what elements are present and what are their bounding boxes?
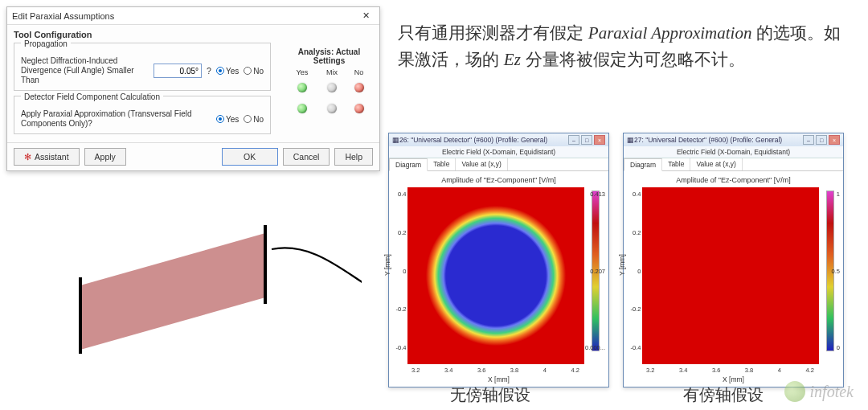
plot-a-tabs: Diagram Table Value at (x,y)	[389, 158, 608, 171]
maximize-icon[interactable]: □	[816, 135, 827, 145]
plot-b-tabs: Diagram Table Value at (x,y)	[624, 158, 843, 171]
y-axis-label: Y [mm]	[383, 254, 391, 276]
tab-value[interactable]: Value at (x,y)	[456, 158, 507, 170]
propagation-group: Propagation Neglect Diffraction-Induced …	[14, 43, 271, 91]
plot-a-title: 26: "Universal Detector" (#600) (Profile…	[399, 136, 567, 144]
x-axis-label: X [mm]	[391, 375, 607, 383]
ok-button[interactable]: OK	[222, 148, 278, 166]
led-mix-icon	[327, 83, 337, 92]
tool-config-label: Tool Configuration	[14, 30, 373, 39]
plot-a-chart-title: Amplitude of "Ez-Component" [V/m]	[391, 176, 607, 184]
chart-icon: ▦	[627, 136, 634, 144]
colorbar-b: 1 0.5 0	[819, 187, 841, 364]
arrow-curve	[272, 248, 362, 289]
neglect-no-radio[interactable]: No	[244, 67, 264, 76]
unit-help-icon[interactable]: ?	[207, 66, 211, 76]
led-mix-icon	[327, 104, 337, 113]
plot-b-chart-title: Amplitude of "Ez-Component" [V/m]	[625, 176, 841, 184]
x-axis-ticks: 3.2 3.4 3.6 3.8 4 4.2	[411, 367, 579, 374]
heatmap-flat	[642, 187, 819, 364]
y-axis-ticks: 0.4 0.2 0 -0.2 -0.4	[391, 187, 407, 364]
assistant-button[interactable]: Assistant	[14, 148, 80, 166]
minimize-icon[interactable]: –	[568, 135, 579, 145]
watermark-logo-icon	[784, 381, 805, 402]
led-yes-icon	[297, 83, 307, 92]
apply-button[interactable]: Apply	[84, 148, 126, 166]
close-icon[interactable]: ×	[594, 135, 605, 145]
detector-calc-label: Detector Field Component Calculation	[21, 92, 163, 101]
paraxial-yes-radio[interactable]: Yes	[216, 115, 239, 124]
col-yes: Yes	[287, 67, 317, 78]
y-axis-ticks: 0.4 0.2 0 -0.2 -0.4	[625, 187, 642, 364]
analysis-header: Analysis: Actual Settings	[287, 47, 371, 65]
plot-a-titlebar[interactable]: ▦ 26: "Universal Detector" (#600) (Profi…	[389, 133, 608, 146]
tab-table[interactable]: Table	[662, 158, 690, 170]
led-no-icon	[354, 83, 364, 92]
minimize-icon[interactable]: –	[803, 135, 814, 145]
plot-window-no-paraxial: ▦ 26: "Universal Detector" (#600) (Profi…	[388, 133, 609, 387]
propagation-label: Propagation	[21, 39, 71, 48]
plot-a-subhead: Electric Field (X-Domain, Equidistant)	[389, 146, 608, 158]
close-icon[interactable]: ×	[829, 135, 840, 145]
chart-icon: ▦	[392, 136, 399, 144]
neglect-diffraction-label: Neglect Diffraction-Induced Divergence (…	[21, 56, 149, 85]
heatmap-rings	[407, 187, 584, 364]
maximize-icon[interactable]: □	[581, 135, 592, 145]
tab-value[interactable]: Value at (x,y)	[690, 158, 742, 170]
dialog-button-row: Assistant Apply OK Cancel Help	[7, 142, 379, 170]
neglect-yes-radio[interactable]: Yes	[216, 67, 239, 76]
tab-diagram[interactable]: Diagram	[389, 158, 428, 171]
dialog-titlebar[interactable]: Edit Paraxial Assumptions ✕	[7, 7, 379, 25]
led-yes-icon	[297, 104, 307, 113]
tab-table[interactable]: Table	[428, 158, 456, 170]
dialog-title: Edit Paraxial Assumptions	[12, 11, 357, 21]
help-button[interactable]: Help	[334, 148, 373, 166]
caption-paraxial: 有傍轴假设	[683, 384, 764, 406]
analysis-panel: Analysis: Actual Settings Yes Mix No	[287, 47, 371, 120]
beam-diagram	[56, 201, 362, 354]
plot-b-title: 27: "Universal Detector" (#600) (Profile…	[634, 136, 801, 144]
apply-paraxial-label: Apply Paraxial Approximation (Transversa…	[21, 109, 211, 129]
watermark: infotek	[784, 381, 854, 402]
plot-b-subhead: Electric Field (X-Domain, Equidistant)	[624, 146, 843, 158]
x-axis-ticks: 3.2 3.4 3.6 3.8 4 4.2	[646, 367, 814, 374]
colorbar-a: 0.413 0.207 0.000...	[584, 187, 607, 364]
paraxial-dialog: Edit Paraxial Assumptions ✕ Tool Configu…	[6, 6, 380, 171]
close-icon[interactable]: ✕	[357, 9, 375, 23]
caption-no-paraxial: 无傍轴假设	[450, 384, 530, 406]
cancel-button[interactable]: Cancel	[283, 148, 330, 166]
plot-b-titlebar[interactable]: ▦ 27: "Universal Detector" (#600) (Profi…	[624, 133, 843, 146]
col-mix: Mix	[317, 67, 346, 78]
detector-calc-group: Detector Field Component Calculation App…	[14, 96, 271, 134]
plot-window-paraxial: ▦ 27: "Universal Detector" (#600) (Profi…	[623, 133, 844, 387]
explanation-text: 只有通用探测器才有假定 Paraxial Approximation 的选项。如…	[398, 20, 844, 72]
beam-shape	[80, 233, 265, 350]
tab-diagram[interactable]: Diagram	[624, 158, 662, 171]
analysis-row-2	[287, 99, 371, 120]
divergence-angle-input[interactable]	[154, 64, 202, 78]
led-no-icon	[354, 104, 364, 113]
paraxial-no-radio[interactable]: No	[244, 115, 264, 124]
y-axis-label: Y [mm]	[618, 254, 626, 276]
analysis-row-1	[287, 78, 371, 99]
col-no: No	[346, 67, 371, 78]
